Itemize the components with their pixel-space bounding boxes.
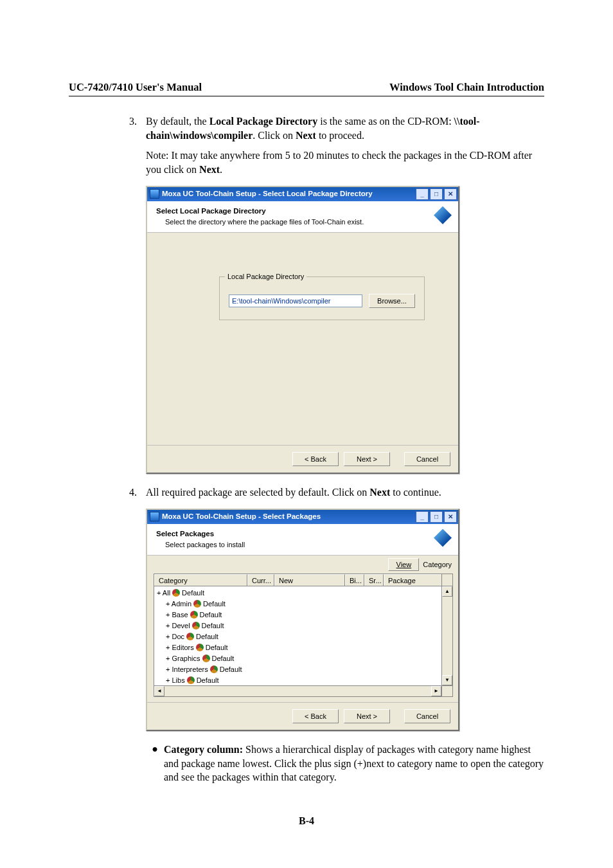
col-package[interactable]: Package xyxy=(384,574,441,586)
dialog-local-package-directory: Moxa UC Tool-Chain Setup - Select Local … xyxy=(146,186,459,474)
scroll-up-icon[interactable]: ▲ xyxy=(442,586,452,597)
minimize-button[interactable]: _ xyxy=(416,188,429,200)
step-3: 3. By default, the Local Package Directo… xyxy=(69,114,544,183)
horizontal-scrollbar[interactable]: ◄ ► xyxy=(154,685,452,696)
cycle-icon[interactable] xyxy=(196,644,204,651)
next-button[interactable]: Next > xyxy=(344,709,390,723)
dialog-select-packages: Moxa UC Tool-Chain Setup - Select Packag… xyxy=(146,509,459,731)
page-number: B-4 xyxy=(0,814,613,828)
cancel-button[interactable]: Cancel xyxy=(404,709,450,723)
cycle-icon[interactable] xyxy=(186,633,194,640)
dialog2-banner-subtitle: Select packages to install xyxy=(165,540,429,550)
close-button[interactable]: ✕ xyxy=(444,188,457,200)
dialog1-banner-subtitle: Select the directory where the package f… xyxy=(165,217,429,227)
app-icon xyxy=(150,512,159,521)
cancel-button[interactable]: Cancel xyxy=(404,452,450,466)
header-left: UC-7420/7410 User's Manual xyxy=(69,80,202,95)
dialog1-title: Moxa UC Tool-Chain Setup - Select Local … xyxy=(162,189,373,199)
scroll-right-icon[interactable]: ► xyxy=(431,686,441,696)
brand-diamond-icon xyxy=(434,206,452,224)
dialog1-titlebar[interactable]: Moxa UC Tool-Chain Setup - Select Local … xyxy=(147,187,458,201)
package-category-row[interactable]: + All Default xyxy=(157,588,441,599)
cycle-icon[interactable] xyxy=(172,589,180,597)
vertical-scrollbar[interactable]: ▲ ▼ xyxy=(441,586,452,685)
brand-diamond-icon xyxy=(434,529,452,547)
dialog1-banner: Select Local Package Directory Select th… xyxy=(147,201,458,233)
bullet-text: Category column: Shows a hierarchical di… xyxy=(164,743,544,784)
local-package-directory-group: Local Package Directory Browse... xyxy=(219,276,425,320)
cycle-icon[interactable] xyxy=(193,600,201,608)
step-3-note: Note: It may take anywhere from 5 to 20 … xyxy=(146,149,544,176)
dialog2-banner: Select Packages Select packages to insta… xyxy=(147,524,458,556)
view-mode-label: Category xyxy=(423,560,452,570)
category-column-bullet: ● Category column: Shows a hierarchical … xyxy=(146,743,544,784)
dialog1-banner-title: Select Local Package Directory xyxy=(156,206,429,217)
cycle-icon[interactable] xyxy=(202,655,210,662)
col-current[interactable]: Curr... xyxy=(247,574,274,586)
packages-tree[interactable]: + All Default+ Admin Default+ Base Defau… xyxy=(154,586,441,685)
package-category-row[interactable]: + Doc Default xyxy=(157,631,441,642)
step-3-line1: By default, the Local Package Directory … xyxy=(146,114,544,142)
package-category-row[interactable]: + Editors Default xyxy=(157,642,441,653)
close-button[interactable]: ✕ xyxy=(444,511,457,523)
step-3-number: 3. xyxy=(69,114,146,183)
page-header: UC-7420/7410 User's Manual Windows Tool … xyxy=(69,80,544,96)
view-button[interactable]: View xyxy=(388,558,419,571)
cycle-icon[interactable] xyxy=(187,676,195,684)
group-legend: Local Package Directory xyxy=(225,272,306,282)
col-bi[interactable]: Bi... xyxy=(345,574,364,586)
package-category-row[interactable]: + Libs Default xyxy=(157,675,441,685)
cycle-icon[interactable] xyxy=(190,611,198,619)
maximize-button[interactable]: □ xyxy=(430,188,443,200)
cycle-icon[interactable] xyxy=(210,665,218,673)
back-button[interactable]: < Back xyxy=(292,452,339,466)
dialog2-titlebar[interactable]: Moxa UC Tool-Chain Setup - Select Packag… xyxy=(147,510,458,524)
scroll-left-icon[interactable]: ◄ xyxy=(154,686,164,696)
header-right: Windows Tool Chain Introduction xyxy=(389,80,544,95)
bullet-icon: ● xyxy=(146,743,164,784)
vertical-scrollbar[interactable] xyxy=(441,574,452,586)
col-new[interactable]: New xyxy=(274,574,345,586)
app-icon xyxy=(150,189,159,199)
step-4-text: All required package are selected by def… xyxy=(146,485,544,500)
browse-button[interactable]: Browse... xyxy=(369,294,415,308)
col-category[interactable]: Category xyxy=(154,574,247,586)
package-category-row[interactable]: + Devel Default xyxy=(157,620,441,631)
next-button[interactable]: Next > xyxy=(344,452,390,466)
packages-table: Category Curr... New Bi... Sr... Package… xyxy=(154,574,453,697)
maximize-button[interactable]: □ xyxy=(430,511,443,523)
cycle-icon[interactable] xyxy=(192,622,200,629)
package-category-row[interactable]: + Graphics Default xyxy=(157,653,441,664)
back-button[interactable]: < Back xyxy=(292,709,339,723)
step-4: 4. All required package are selected by … xyxy=(69,485,544,506)
minimize-button[interactable]: _ xyxy=(416,511,429,523)
local-package-directory-input[interactable] xyxy=(229,294,362,307)
packages-table-header: Category Curr... New Bi... Sr... Package xyxy=(154,574,452,586)
package-category-row[interactable]: + Admin Default xyxy=(157,599,441,610)
dialog2-banner-title: Select Packages xyxy=(156,529,429,539)
package-category-row[interactable]: + Base Default xyxy=(157,610,441,620)
scroll-down-icon[interactable]: ▼ xyxy=(442,675,452,685)
step-4-number: 4. xyxy=(69,485,146,506)
package-category-row[interactable]: + Interpreters Default xyxy=(157,664,441,675)
col-sr[interactable]: Sr... xyxy=(364,574,384,586)
dialog2-title: Moxa UC Tool-Chain Setup - Select Packag… xyxy=(162,512,321,522)
